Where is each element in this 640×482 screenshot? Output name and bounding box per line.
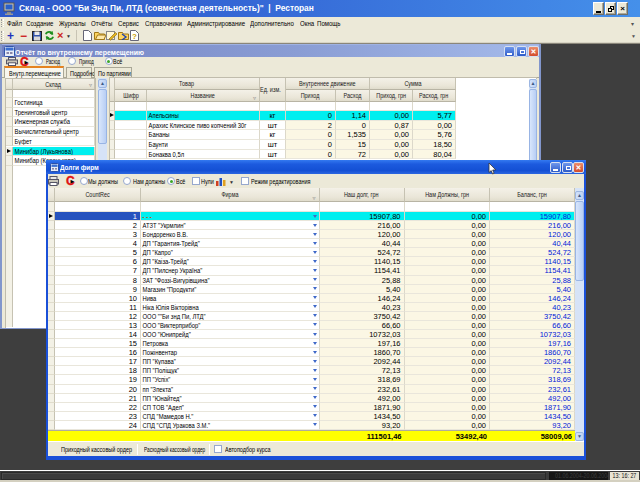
svg-text:?: ? xyxy=(132,32,137,41)
